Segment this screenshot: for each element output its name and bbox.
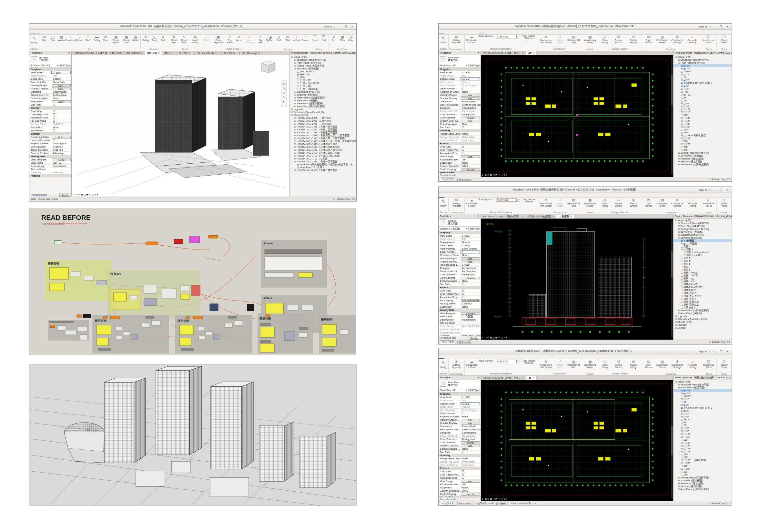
- ribbon-tab[interactable]: [488, 33, 492, 34]
- tree-item[interactable]: ⊞Sections (建筑剖面): [673, 485, 732, 488]
- property-value[interactable]: None: [461, 486, 481, 489]
- tree-item[interactable]: ▢18F: [673, 456, 732, 459]
- ribbon-tab[interactable]: [75, 33, 79, 34]
- maximize-button[interactable]: ❐: [719, 189, 723, 192]
- property-value[interactable]: Edit...: [461, 97, 480, 100]
- property-row[interactable]: Far Clip Offset 121659.7: [439, 302, 481, 305]
- tree-item[interactable]: ▢楼梯-人防上夹层: [673, 294, 732, 297]
- section-canvas[interactable]: 149.300 149.300 ±0.000: [481, 218, 673, 340]
- tree-item[interactable]: ⊞HX1034-3-CJ-1-10 - 1号楼1-11轴立面图: [290, 151, 356, 154]
- tree-item[interactable]: ▢楼梯-人防下: [673, 297, 732, 300]
- ribbon-button[interactable]: ⟳ Synchronize with Central: [539, 35, 554, 43]
- tree-item[interactable]: ▢7F: [673, 99, 732, 102]
- tree-item[interactable]: ⊟Sheets (全部): [290, 114, 356, 117]
- property-value[interactable]: Edit...: [461, 94, 480, 96]
- ribbon-tab[interactable]: [452, 33, 456, 34]
- property-value[interactable]: Edit...: [461, 480, 480, 483]
- ribbon-button[interactable]: ↖ Modify: [30, 35, 38, 43]
- node-red-tall[interactable]: [192, 285, 200, 296]
- property-row[interactable]: Far Clip Offset 304800.0: [29, 123, 71, 126]
- ribbon-button[interactable]: ↺ Reload Latest: [554, 198, 566, 207]
- property-value[interactable]: <None>: [461, 312, 480, 315]
- property-row[interactable]: Section Box ☐: [29, 129, 71, 132]
- property-value[interactable]: [461, 68, 481, 71]
- tree-item[interactable]: ⊞ ▢14F: [673, 119, 732, 122]
- tree-item[interactable]: ▣2号楼屋顶层平面图 副本 1: [673, 406, 732, 409]
- view-tab[interactable]: (三维 - Mansing)✕: [237, 51, 262, 55]
- property-row[interactable]: Color Scheme <none>: [439, 276, 481, 279]
- tree-item[interactable]: ⊞Sections (建筑剖面): [290, 93, 356, 96]
- property-row[interactable]: Underlay: [439, 129, 481, 132]
- ribbon-button[interactable]: ▤ Relinquish All Mine: [566, 198, 581, 207]
- tree-item[interactable]: ⊞ ▢10F: [673, 108, 732, 111]
- ribbon-tab[interactable]: [492, 197, 496, 198]
- property-value[interactable]: ☐: [461, 476, 481, 479]
- tree-item[interactable]: ⊞ ▢9F: [673, 430, 732, 433]
- ribbon-button[interactable]: ▢ Room: [203, 35, 211, 41]
- property-row[interactable]: Parts Visibility Show Original: [439, 84, 481, 87]
- ribbon-tab[interactable]: [499, 197, 503, 198]
- property-row[interactable]: Graphics: [439, 68, 481, 71]
- property-row[interactable]: View Scale 1 : 500: [439, 396, 481, 399]
- filter-icon[interactable]: ▽:0: [727, 341, 730, 343]
- property-value[interactable]: ☐: [461, 148, 481, 151]
- property-row[interactable]: Depth Clipping No clip: [439, 168, 481, 171]
- tree-item[interactable]: ⊞Structural Plans (结构平面): [673, 383, 732, 386]
- property-value[interactable]: 1 : 500: [461, 264, 481, 266]
- view-tab[interactable]: (三维 - FynnSteiff)✕: [192, 51, 219, 55]
- ribbon-tab[interactable]: [444, 358, 448, 359]
- property-value[interactable]: 1: [461, 412, 481, 415]
- property-row[interactable]: Extents: [439, 142, 481, 145]
- ribbon-tab[interactable]: [464, 358, 468, 359]
- property-row[interactable]: Graphic Display ... Edit...: [439, 422, 481, 425]
- view-tab-close-icon[interactable]: ✕: [156, 52, 159, 55]
- ribbon-tab[interactable]: [479, 33, 484, 34]
- ribbon-button[interactable]: 77-地下车库: [496, 35, 517, 38]
- property-value[interactable]: Clean all wall joins: [461, 428, 481, 431]
- ribbon-tab[interactable]: [439, 197, 444, 198]
- property-value[interactable]: [461, 309, 481, 312]
- property-value[interactable]: ☐: [461, 283, 481, 286]
- property-row[interactable]: Column Symbolic... 304.8: [439, 165, 481, 168]
- editable-only-label[interactable]: Editable Only: [712, 178, 726, 180]
- title-bar[interactable]: Autodesk Revit 2023 - 绵阳金融街初步设计-Central_…: [439, 187, 732, 193]
- type-selector[interactable]: 3D View: (3D - JJ): [29, 64, 56, 67]
- maximize-button[interactable]: ❐: [343, 25, 348, 28]
- tree-item[interactable]: ▢楼梯-人防上: [673, 291, 732, 294]
- property-value[interactable]: 1 : 500: [461, 396, 481, 399]
- tree-item[interactable]: ⊞ ▢4F: [673, 412, 732, 415]
- tree-item[interactable]: ⊞Area Plans (防火分区面积): [290, 105, 356, 108]
- property-row[interactable]: Referencing Sheet: [439, 328, 481, 331]
- tree-item[interactable]: ▢6F: [673, 421, 732, 424]
- ribbon-tab[interactable]: [507, 33, 511, 34]
- property-value[interactable]: ☐: [52, 119, 71, 122]
- ribbon-tab[interactable]: [507, 197, 511, 198]
- ribbon-tab[interactable]: [63, 33, 67, 34]
- ribbon-tab[interactable]: [29, 33, 35, 34]
- ribbon-button[interactable]: ◠ Dormer: [301, 35, 309, 41]
- ribbon-button[interactable]: ✉ Editing Requests: [449, 198, 464, 207]
- property-value[interactable]: ☑: [461, 470, 481, 473]
- tree-item[interactable]: ▢1#ERF: [673, 395, 732, 398]
- ribbon-button[interactable]: ▦ Curtain Grid: [122, 35, 131, 43]
- ribbon-tab[interactable]: [479, 358, 484, 359]
- property-row[interactable]: Target Elevation 248145.6: [29, 148, 71, 152]
- ribbon-button[interactable]: ▱ Set: [329, 35, 338, 41]
- active-workset-indicator[interactable]: 77-地下车库: [440, 340, 455, 344]
- property-value[interactable]: [461, 467, 481, 470]
- minimize-button[interactable]: –: [712, 25, 717, 28]
- tree-item[interactable]: ▢7F: [673, 424, 732, 427]
- chevron-down-icon[interactable]: ▾: [465, 64, 468, 67]
- tree-item[interactable]: ⊞Area Plans (总建筑面积): [290, 102, 356, 105]
- property-value[interactable]: 1-1剖面图: [461, 315, 481, 318]
- property-value[interactable]: Adjusting: [52, 152, 71, 155]
- property-row[interactable]: Far Clipping Clip without line: [439, 299, 481, 302]
- property-value[interactable]: Clip without line: [461, 299, 480, 302]
- property-value[interactable]: [461, 331, 481, 334]
- property-row[interactable]: Detail Level Coarse: [439, 405, 481, 409]
- ribbon-tab[interactable]: [90, 33, 94, 34]
- tree-item[interactable]: ▢剖面 8: [673, 268, 732, 271]
- tree-item[interactable]: ▢11: [673, 76, 732, 79]
- property-row[interactable]: Rotation on Sheet None: [439, 415, 481, 418]
- property-row[interactable]: Sun Path ☐: [439, 126, 481, 129]
